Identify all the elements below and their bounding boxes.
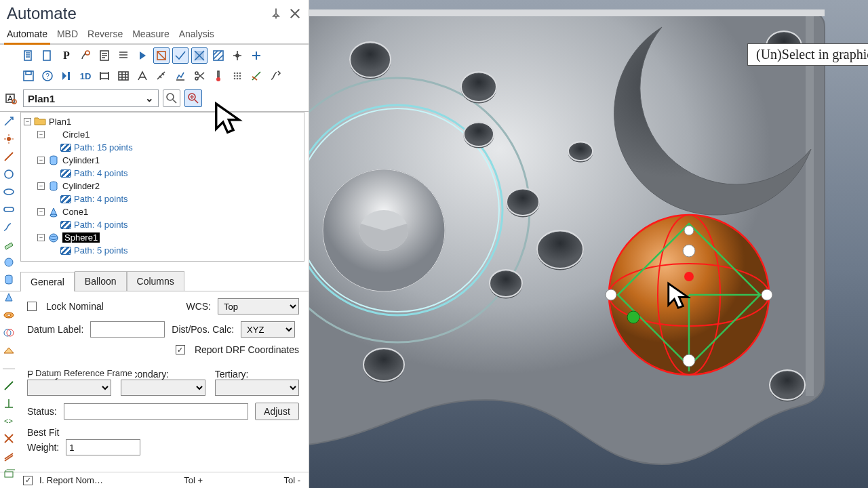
- datum-label-input[interactable]: [90, 321, 165, 338]
- tb-highlight-a-icon[interactable]: [153, 47, 170, 64]
- tb-scissors-icon[interactable]: [191, 68, 208, 84]
- status-input[interactable]: [64, 403, 248, 420]
- pal-dim3-icon[interactable]: <>: [3, 415, 15, 427]
- tree-path[interactable]: Path: 5 points: [74, 245, 128, 256]
- tb-p-icon[interactable]: P: [58, 47, 75, 64]
- tb-open-icon[interactable]: [39, 47, 56, 64]
- tree-root[interactable]: Plan1: [49, 117, 71, 127]
- svg-point-86: [606, 289, 616, 300]
- tree-path[interactable]: Path: 4 points: [74, 194, 128, 204]
- lock-nominal-checkbox[interactable]: [27, 302, 37, 311]
- adjust-button[interactable]: Adjust: [255, 403, 299, 420]
- pal-surface-icon[interactable]: [3, 344, 15, 357]
- collapse-icon[interactable]: −: [37, 131, 45, 138]
- pal-plane-icon[interactable]: [3, 239, 15, 251]
- tb-info-icon[interactable]: ?: [39, 68, 56, 84]
- tb-highlight-b-icon[interactable]: [172, 47, 189, 64]
- pal-cylinder-icon[interactable]: [3, 274, 15, 286]
- find-icon[interactable]: [163, 89, 180, 107]
- pal-slot-icon[interactable]: [3, 203, 15, 216]
- pal-point-icon[interactable]: [3, 133, 15, 145]
- ptab-general[interactable]: General: [20, 272, 75, 291]
- pal-dim2-icon[interactable]: [3, 397, 15, 409]
- drf-secondary-select[interactable]: [121, 380, 205, 396]
- tree-path[interactable]: Path: 4 points: [74, 168, 128, 178]
- tb-tangent-icon[interactable]: [267, 68, 283, 84]
- feature-tree[interactable]: − Plan1 − Circle1 Path: 15 points − Cyli…: [20, 112, 304, 262]
- collapse-icon[interactable]: −: [24, 118, 31, 125]
- tb-bounds-icon[interactable]: [96, 68, 113, 84]
- tb-report-icon[interactable]: [96, 47, 113, 64]
- pal-lines-icon[interactable]: [3, 450, 15, 462]
- tb-save-icon[interactable]: [20, 68, 37, 84]
- wcs-select[interactable]: Top: [218, 298, 299, 314]
- pal-spline-icon[interactable]: [3, 221, 15, 233]
- graphics-viewport[interactable]: (Un)Select in graphics Sphere1: [309, 0, 868, 488]
- tb-list-icon[interactable]: [115, 47, 132, 64]
- tab-mbd[interactable]: MBD: [57, 26, 78, 43]
- pal-crossed-icon[interactable]: [3, 432, 15, 445]
- pal-dim1-icon[interactable]: [3, 380, 15, 392]
- tol-plus[interactable]: Tol +: [184, 475, 203, 485]
- collapse-icon[interactable]: −: [37, 182, 45, 190]
- pal-circle-icon[interactable]: [3, 168, 15, 180]
- pal-ellipse-icon[interactable]: [3, 186, 15, 198]
- tb-step-icon[interactable]: [58, 68, 75, 84]
- distpos-select[interactable]: XYZ: [241, 321, 295, 338]
- ptab-columns[interactable]: Columns: [127, 271, 184, 291]
- plan-configure-icon[interactable]: A: [3, 90, 19, 106]
- tb-1d-icon[interactable]: 1D: [77, 68, 94, 84]
- tree-path[interactable]: Path: 15 points: [74, 142, 133, 152]
- svg-point-27: [239, 78, 241, 80]
- pick-from-graphics-icon[interactable]: [184, 89, 202, 107]
- svg-point-20: [237, 73, 239, 75]
- tab-reverse[interactable]: Reverse: [87, 26, 123, 43]
- report-checkbox[interactable]: ✓: [23, 476, 33, 485]
- pin-icon[interactable]: [269, 7, 283, 20]
- collapse-icon[interactable]: −: [37, 208, 45, 216]
- tree-item[interactable]: Cone1: [62, 207, 88, 217]
- collapse-icon[interactable]: −: [37, 157, 45, 164]
- pal-sphere-icon[interactable]: [3, 256, 15, 268]
- tol-minus[interactable]: Tol -: [283, 475, 300, 485]
- tab-measure[interactable]: Measure: [132, 26, 169, 43]
- tb-table-icon[interactable]: [115, 68, 132, 84]
- tb-new-icon[interactable]: [20, 47, 37, 64]
- tab-automate[interactable]: Automate: [7, 26, 47, 43]
- tb-plus-icon[interactable]: [248, 47, 264, 64]
- collapse-icon[interactable]: −: [37, 234, 45, 241]
- tb-thermo-icon[interactable]: [210, 68, 226, 84]
- tree-item[interactable]: Cylinder1: [62, 155, 100, 165]
- pal-frame-icon[interactable]: [3, 468, 15, 480]
- tab-analysis[interactable]: Analysis: [179, 26, 214, 43]
- ptab-balloon[interactable]: Balloon: [75, 271, 127, 291]
- pal-torus-icon[interactable]: [3, 309, 15, 321]
- pal-arrow-icon[interactable]: [3, 115, 15, 127]
- pal-line-icon[interactable]: [3, 150, 15, 163]
- tb-highlight-c-icon[interactable]: [191, 47, 208, 64]
- tb-hatch-icon[interactable]: [210, 47, 226, 64]
- close-icon[interactable]: [288, 7, 302, 20]
- tree-path[interactable]: Path: 4 points: [74, 220, 128, 230]
- tb-vectors-icon[interactable]: [248, 68, 264, 84]
- tb-auto-char-icon[interactable]: [77, 47, 94, 64]
- tb-dots-icon[interactable]: [229, 68, 245, 84]
- drf-primary-select[interactable]: [27, 380, 111, 396]
- plan-select[interactable]: Plan1 ⌄: [23, 89, 159, 107]
- tb-play-icon[interactable]: [134, 47, 151, 64]
- tb-chart-icon[interactable]: [172, 68, 189, 84]
- svg-point-26: [237, 78, 239, 80]
- tb-axis-icon[interactable]: [229, 47, 245, 64]
- drf-tertiary-select[interactable]: [215, 380, 299, 396]
- tb-caliper-icon[interactable]: [153, 68, 170, 84]
- tree-item-selected[interactable]: Sphere1: [62, 232, 100, 243]
- pal-rings-icon[interactable]: [3, 327, 15, 339]
- path-icon: [60, 195, 71, 203]
- report-drf-checkbox[interactable]: ✓: [176, 345, 185, 354]
- tree-item[interactable]: Cylinder2: [62, 181, 100, 191]
- tree-item[interactable]: Circle1: [62, 129, 90, 140]
- tb-dims-icon[interactable]: [134, 68, 151, 84]
- svg-point-40: [5, 170, 13, 178]
- weight-input[interactable]: [66, 439, 140, 455]
- pal-cone-icon[interactable]: [3, 291, 15, 304]
